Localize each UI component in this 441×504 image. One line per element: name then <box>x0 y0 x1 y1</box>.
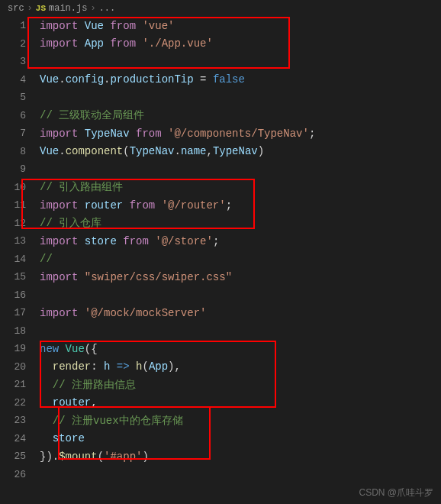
line-number: 1 <box>0 20 40 31</box>
watermark: CSDN @爪哇斗罗 <box>359 486 433 499</box>
code-line[interactable]: 7import TypeNav from '@/components/TypeN… <box>0 124 441 143</box>
line-number: 4 <box>0 74 40 86</box>
line-number: 2 <box>0 38 40 50</box>
code-content[interactable]: // 引入仓库 <box>40 216 101 230</box>
code-content[interactable]: // 引入路由组件 <box>40 180 123 194</box>
line-number: 21 <box>0 379 40 390</box>
chevron-right-icon: › <box>27 3 33 14</box>
code-content[interactable]: // <box>40 253 53 265</box>
code-content[interactable]: render: h => h(App), <box>40 360 181 373</box>
line-number: 16 <box>0 289 40 301</box>
code-content[interactable]: import Vue from 'vue' <box>40 20 174 32</box>
code-content[interactable]: router, <box>40 396 98 409</box>
code-line[interactable]: 3 <box>0 53 441 71</box>
code-editor[interactable]: 1import Vue from 'vue'2import App from '… <box>0 17 441 483</box>
chevron-right-icon: › <box>90 3 95 14</box>
code-content[interactable]: import store from '@/store'; <box>40 235 219 247</box>
code-content[interactable]: // 三级联动全局组件 <box>40 108 144 122</box>
code-line[interactable]: 12// 引入仓库 <box>0 215 441 233</box>
code-line[interactable]: 16 <box>0 286 441 305</box>
breadcrumb-more[interactable]: ... <box>99 3 116 14</box>
code-line[interactable]: 5 <box>0 89 441 107</box>
line-number: 5 <box>0 92 40 103</box>
code-line[interactable]: 8Vue.component(TypeNav.name,TypeNav) <box>0 143 441 161</box>
line-number: 14 <box>0 254 40 265</box>
line-number: 18 <box>0 325 40 337</box>
breadcrumb[interactable]: src › JS main.js › ... <box>0 0 441 17</box>
code-line[interactable]: 19new Vue({ <box>0 340 441 358</box>
line-number: 15 <box>0 271 40 283</box>
breadcrumb-folder[interactable]: src <box>8 3 24 14</box>
line-number: 7 <box>0 128 40 139</box>
code-line[interactable]: 9 <box>0 160 441 179</box>
line-number: 11 <box>0 199 40 211</box>
code-line[interactable]: 26 <box>0 466 441 484</box>
code-line[interactable]: 11import router from '@/router'; <box>0 196 441 215</box>
line-number: 6 <box>0 110 40 121</box>
code-line[interactable]: 10// 引入路由组件 <box>0 179 441 197</box>
code-line[interactable]: 1import Vue from 'vue' <box>0 17 441 35</box>
line-number: 26 <box>0 469 40 480</box>
line-number: 23 <box>0 415 40 426</box>
line-number: 3 <box>0 56 40 67</box>
code-content[interactable]: import router from '@/router'; <box>40 199 232 212</box>
code-content[interactable]: // 注册路由信息 <box>40 378 136 392</box>
code-content[interactable]: Vue.config.productionTip = false <box>40 73 245 86</box>
line-number: 22 <box>0 397 40 409</box>
code-content[interactable]: import '@/mock/mockServer' <box>40 307 206 319</box>
code-content[interactable]: import App from './App.vue' <box>40 37 213 50</box>
code-line[interactable]: 4Vue.config.productionTip = false <box>0 71 441 89</box>
line-number: 8 <box>0 146 40 157</box>
code-line[interactable]: 18 <box>0 322 441 341</box>
line-number: 10 <box>0 182 40 193</box>
code-content[interactable]: Vue.component(TypeNav.name,TypeNav) <box>40 145 264 157</box>
breadcrumb-file[interactable]: main.js <box>49 3 87 14</box>
line-number: 9 <box>0 163 40 175</box>
code-line[interactable]: 2import App from './App.vue' <box>0 35 441 53</box>
line-number: 25 <box>0 451 40 462</box>
line-number: 13 <box>0 235 40 247</box>
code-line[interactable]: 21 // 注册路由信息 <box>0 376 441 394</box>
line-number: 17 <box>0 307 40 318</box>
code-content[interactable]: }).$mount('#app') <box>40 451 149 463</box>
code-line[interactable]: 24 store <box>0 430 441 448</box>
line-number: 24 <box>0 433 40 444</box>
line-number: 20 <box>0 361 40 373</box>
js-file-icon: JS <box>36 4 46 13</box>
code-line[interactable]: 17import '@/mock/mockServer' <box>0 304 441 322</box>
code-line[interactable]: 15import "swiper/css/swiper.css" <box>0 268 441 286</box>
code-content[interactable]: new Vue({ <box>40 343 98 355</box>
code-content[interactable]: import TypeNav from '@/components/TypeNa… <box>40 128 315 140</box>
code-content[interactable]: // 注册vuex中的仓库存储 <box>40 414 183 428</box>
line-number: 12 <box>0 218 40 229</box>
code-line[interactable]: 23 // 注册vuex中的仓库存储 <box>0 412 441 430</box>
code-line[interactable]: 14// <box>0 250 441 269</box>
line-number: 19 <box>0 343 40 354</box>
code-line[interactable]: 20 render: h => h(App), <box>0 358 441 376</box>
code-line[interactable]: 6// 三级联动全局组件 <box>0 107 441 125</box>
code-content[interactable]: import "swiper/css/swiper.css" <box>40 271 232 283</box>
code-line[interactable]: 22 router, <box>0 394 441 412</box>
code-content[interactable]: store <box>40 432 85 444</box>
code-line[interactable]: 25}).$mount('#app') <box>0 447 441 466</box>
code-line[interactable]: 13import store from '@/store'; <box>0 232 441 250</box>
